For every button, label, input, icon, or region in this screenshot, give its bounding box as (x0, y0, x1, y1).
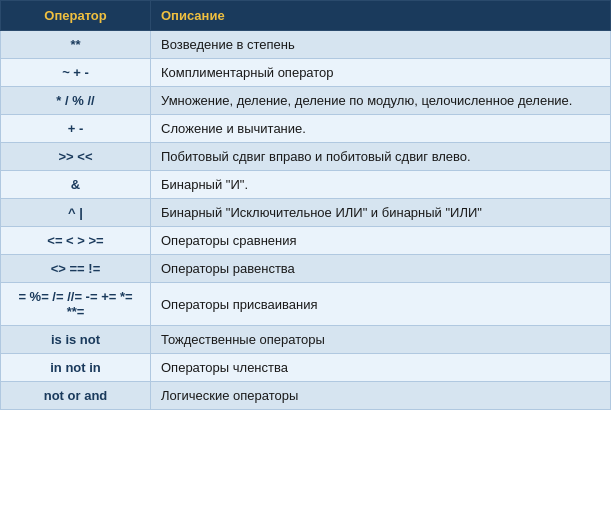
table-row: >> <<Побитовый сдвиг вправо и побитовый … (1, 143, 611, 171)
operator-cell: ~ + - (1, 59, 151, 87)
description-cell: Тождественные операторы (151, 326, 611, 354)
table-row: not or andЛогические операторы (1, 382, 611, 410)
description-cell: Операторы равенства (151, 255, 611, 283)
description-cell: Умножение, деление, деление по модулю, ц… (151, 87, 611, 115)
table-row: ^ |Бинарный "Исключительное ИЛИ" и бинар… (1, 199, 611, 227)
table-row: **Возведение в степень (1, 31, 611, 59)
operator-cell: & (1, 171, 151, 199)
table-row: in not inОператоры членства (1, 354, 611, 382)
description-cell: Бинарный "Исключительное ИЛИ" и бинарный… (151, 199, 611, 227)
description-cell: Возведение в степень (151, 31, 611, 59)
header-description: Описание (151, 1, 611, 31)
description-cell: Операторы присваивания (151, 283, 611, 326)
operators-table: Оператор Описание **Возведение в степень… (0, 0, 611, 410)
table-row: <= < > >=Операторы сравнения (1, 227, 611, 255)
table-row: &Бинарный "И". (1, 171, 611, 199)
operator-cell: >> << (1, 143, 151, 171)
operator-cell: * / % // (1, 87, 151, 115)
table-row: ~ + -Комплиментарный оператор (1, 59, 611, 87)
operator-cell: is is not (1, 326, 151, 354)
operator-cell: <> == != (1, 255, 151, 283)
operator-cell: not or and (1, 382, 151, 410)
table-row: + -Сложение и вычитание. (1, 115, 611, 143)
operator-cell: + - (1, 115, 151, 143)
table-row: <> == !=Операторы равенства (1, 255, 611, 283)
description-cell: Побитовый сдвиг вправо и побитовый сдвиг… (151, 143, 611, 171)
table-row: = %= /= //= -= += *= **=Операторы присва… (1, 283, 611, 326)
description-cell: Сложение и вычитание. (151, 115, 611, 143)
table-row: * / % //Умножение, деление, деление по м… (1, 87, 611, 115)
operator-cell: ** (1, 31, 151, 59)
description-cell: Операторы членства (151, 354, 611, 382)
operator-cell: = %= /= //= -= += *= **= (1, 283, 151, 326)
operator-cell: in not in (1, 354, 151, 382)
description-cell: Комплиментарный оператор (151, 59, 611, 87)
description-cell: Логические операторы (151, 382, 611, 410)
description-cell: Операторы сравнения (151, 227, 611, 255)
operator-cell: ^ | (1, 199, 151, 227)
table-row: is is notТождественные операторы (1, 326, 611, 354)
description-cell: Бинарный "И". (151, 171, 611, 199)
table-header-row: Оператор Описание (1, 1, 611, 31)
header-operator: Оператор (1, 1, 151, 31)
operator-cell: <= < > >= (1, 227, 151, 255)
